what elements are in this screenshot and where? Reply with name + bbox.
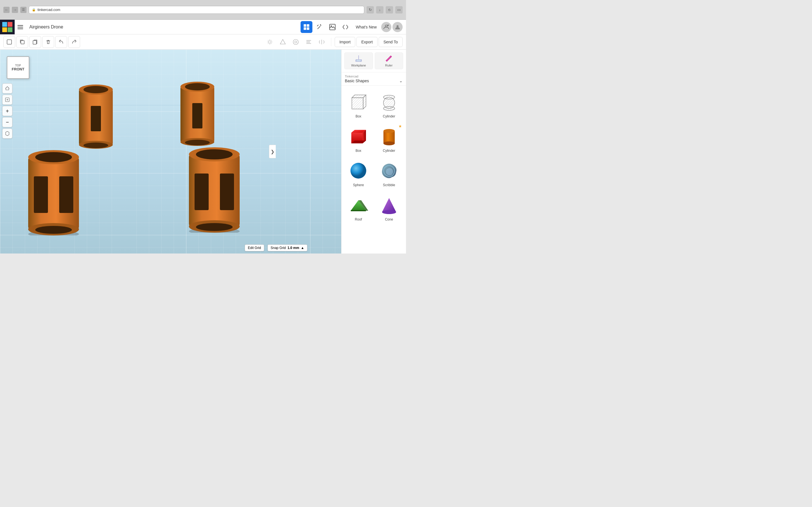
zoom-out-icon: − xyxy=(6,119,9,125)
svg-point-49 xyxy=(196,223,233,231)
view-cube[interactable]: TOP FRONT xyxy=(7,56,29,79)
star-icon: ★ xyxy=(398,124,402,128)
codeblock-button[interactable] xyxy=(340,21,351,33)
whats-new-button[interactable]: What's New xyxy=(352,22,380,32)
cylinder-obj-1 xyxy=(73,83,118,152)
shapes-category: Tinkercad Basic Shapes ⌄ xyxy=(342,72,406,86)
shape-canvas-sphere xyxy=(347,159,370,182)
svg-rect-2 xyxy=(17,29,23,29)
shape-label-cyl-wire: Cylinder xyxy=(383,114,395,118)
meta-button[interactable] xyxy=(290,36,302,48)
shape-box-wireframe[interactable]: Box xyxy=(344,89,373,121)
fit-view-button[interactable] xyxy=(2,95,12,105)
main-content: TOP FRONT + xyxy=(0,50,406,253)
grid-view-button[interactable] xyxy=(301,21,312,33)
zoom-in-button[interactable]: + xyxy=(2,106,12,116)
dropdown-chevron-icon: ⌄ xyxy=(399,78,403,83)
download-button[interactable]: ↓ xyxy=(376,6,384,13)
url-bar[interactable]: 🔒 tinkercad.com xyxy=(29,6,364,14)
gallery-button[interactable] xyxy=(326,21,338,33)
svg-point-27 xyxy=(84,143,108,148)
svg-point-64 xyxy=(382,210,396,214)
svg-point-14 xyxy=(268,41,271,43)
ruler-label: Ruler xyxy=(385,64,393,67)
send-to-button[interactable]: Send To xyxy=(378,37,403,47)
svg-rect-47 xyxy=(220,173,234,210)
paste-button[interactable] xyxy=(29,36,41,48)
svg-point-55 xyxy=(384,95,395,99)
import-button[interactable]: Import xyxy=(335,37,356,47)
redo-button[interactable] xyxy=(68,36,80,48)
refresh-button[interactable]: ↻ xyxy=(366,6,374,13)
shape-canvas-cyl-wire xyxy=(378,91,400,113)
svg-rect-63 xyxy=(351,210,366,211)
shape-box-red[interactable]: Box xyxy=(344,123,373,155)
svg-rect-5 xyxy=(304,27,306,30)
project-title[interactable]: Airgineers Drone xyxy=(26,24,301,30)
align-button[interactable] xyxy=(303,36,315,48)
copy-button[interactable] xyxy=(16,36,28,48)
svg-point-16 xyxy=(293,39,298,44)
user-avatar[interactable] xyxy=(393,22,403,32)
shape-cylinder-orange[interactable]: ★ xyxy=(375,123,403,155)
sidebar-button[interactable]: ☰ xyxy=(20,7,27,13)
code-button[interactable] xyxy=(313,21,325,33)
shape-button[interactable] xyxy=(277,36,289,48)
tabs-button[interactable]: ▭ xyxy=(395,6,403,13)
zoom-in-icon: + xyxy=(6,108,9,114)
edit-right-tools: Import Export Send To xyxy=(264,36,403,48)
subcategory-select[interactable]: Basic Shapes ⌄ xyxy=(345,78,403,83)
cube-top-label: TOP xyxy=(15,64,21,67)
back-button[interactable]: ← xyxy=(3,7,10,13)
menu-button[interactable] xyxy=(15,20,26,34)
svg-marker-15 xyxy=(280,39,285,44)
shape-cylinder-wireframe[interactable]: Cylinder xyxy=(375,89,403,121)
svg-rect-39 xyxy=(59,176,73,213)
share-button[interactable]: ⎋ xyxy=(386,6,393,13)
shape-roof[interactable]: Roof xyxy=(344,191,373,224)
snap-grid: Snap Grid 1.0 mm ▲ xyxy=(267,244,307,251)
shape-sphere-blue[interactable]: Sphere xyxy=(344,157,373,189)
cube-face-top[interactable]: TOP FRONT xyxy=(7,56,29,79)
svg-rect-4 xyxy=(307,24,309,27)
home-button[interactable] xyxy=(2,83,12,94)
category-label: Tinkercad xyxy=(345,75,403,78)
svg-point-41 xyxy=(35,226,72,234)
svg-rect-6 xyxy=(307,27,309,30)
snap-grid-label: Snap Grid xyxy=(271,246,286,250)
undo-button[interactable] xyxy=(55,36,67,48)
shape-cone[interactable]: Cone xyxy=(375,191,403,224)
svg-rect-52 xyxy=(352,98,363,109)
right-panel: Workplane Ruler Tinkercad Basic Shapes ⌄ xyxy=(341,50,406,253)
left-controls: + − xyxy=(2,83,12,138)
svg-rect-31 xyxy=(192,103,202,128)
tinkercad-logo[interactable] xyxy=(0,20,15,34)
workplane-button[interactable]: Workplane xyxy=(344,52,373,69)
zoom-out-button[interactable]: − xyxy=(2,117,12,127)
shape-label-box-red: Box xyxy=(356,149,361,153)
new-object-button[interactable] xyxy=(3,36,15,48)
svg-rect-38 xyxy=(34,176,48,213)
status-bar: Edit Grid Snap Grid 1.0 mm ▲ xyxy=(245,244,307,251)
export-button[interactable]: Export xyxy=(356,37,377,47)
svg-point-9 xyxy=(385,25,387,27)
ortho-button[interactable] xyxy=(2,128,12,138)
svg-point-62 xyxy=(350,163,366,179)
panel-expand-button[interactable]: ❯ xyxy=(269,145,276,158)
shape-canvas-scribble xyxy=(378,159,400,182)
snap-chevron-icon[interactable]: ▲ xyxy=(301,246,304,250)
logo-br xyxy=(8,27,12,32)
light-button[interactable] xyxy=(264,36,276,48)
delete-button[interactable] xyxy=(42,36,54,48)
shape-scribble[interactable]: Scribble xyxy=(375,157,403,189)
svg-rect-12 xyxy=(21,41,24,44)
shape-label-box-wire: Box xyxy=(356,114,361,118)
logo-tl xyxy=(2,22,7,27)
viewport[interactable]: TOP FRONT + xyxy=(0,50,341,253)
mirror-button[interactable] xyxy=(316,36,327,48)
add-user-button[interactable] xyxy=(381,22,391,32)
ruler-button[interactable]: Ruler xyxy=(375,52,403,69)
edit-grid-button[interactable]: Edit Grid xyxy=(245,244,264,251)
forward-button[interactable]: → xyxy=(12,7,18,13)
subcategory-label: Basic Shapes xyxy=(345,78,369,83)
